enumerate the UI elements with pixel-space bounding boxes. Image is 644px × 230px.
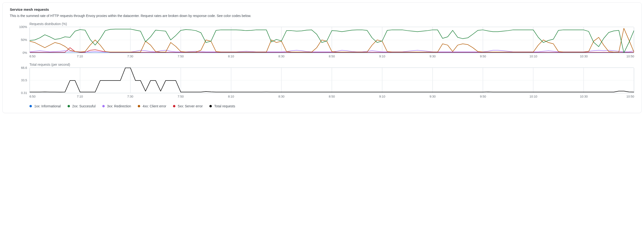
x-tick: 8:30 [278,55,284,58]
legend-item[interactable]: 4xx: Client error [138,104,166,108]
x-tick: 9:30 [430,55,436,58]
legend-label: 3xx: Redirection [107,104,131,108]
x-tick: 8:50 [329,55,335,58]
legend-swatch [30,105,32,107]
legend-label: 1xx: Informational [34,104,61,108]
legend-label: 2xx: Successful [72,104,96,108]
chart-distribution-xaxis: 6:507:107:307:508:108:308:509:109:309:50… [30,55,634,59]
x-tick: 7:30 [127,95,133,98]
legend-item[interactable]: Total requests [210,104,235,108]
chart-distribution-yaxis: 0%50%100% [10,27,30,53]
legend-swatch [102,105,105,107]
legend-item[interactable]: 2xx: Successful [68,104,96,108]
x-tick: 9:30 [430,95,436,98]
y-tick: 100% [19,25,27,29]
legend-swatch [210,105,212,107]
x-tick: 7:50 [178,55,184,58]
x-tick: 10:30 [580,55,588,58]
x-tick: 6:50 [30,55,36,58]
x-tick: 6:50 [30,95,36,98]
x-tick: 10:30 [580,95,588,98]
legend-swatch [173,105,176,107]
legend-item[interactable]: 1xx: Informational [30,104,61,108]
legend-item[interactable]: 5xx: Server error [173,104,203,108]
chart-total-xaxis: 6:507:107:307:508:108:308:509:109:309:50… [30,95,634,99]
x-tick: 10:10 [530,95,538,98]
x-tick: 10:10 [530,55,538,58]
card-subtitle: This is the summed rate of HTTP requests… [10,14,634,18]
y-tick: 0.31 [21,91,27,95]
legend-item[interactable]: 3xx: Redirection [102,104,131,108]
x-tick: 9:50 [480,55,486,58]
x-tick: 7:50 [178,95,184,98]
chart-total-plot[interactable] [30,67,634,93]
x-tick: 10:50 [626,55,634,58]
legend-label: 5xx: Server error [178,104,203,108]
legend-swatch [68,105,70,107]
y-tick: 50% [21,38,27,42]
x-tick: 10:50 [626,95,634,98]
x-tick: 7:30 [127,55,133,58]
x-tick: 8:10 [228,95,234,98]
chart-distribution: Requests distribution (%) 0%50%100% 6:50… [10,22,634,59]
chart-total-yaxis: 0.3133.566.6 [10,67,30,93]
x-tick: 9:50 [480,95,486,98]
x-tick: 8:10 [228,55,234,58]
chart-distribution-plot[interactable] [30,27,634,53]
legend-swatch [138,105,140,107]
card-title: Service mesh requests [10,7,634,11]
x-tick: 7:10 [77,55,83,58]
x-tick: 8:30 [278,95,284,98]
x-tick: 7:10 [77,95,83,98]
y-tick: 0% [22,51,27,55]
y-tick: 66.6 [21,66,27,69]
x-tick: 9:10 [379,55,385,58]
x-tick: 9:10 [379,95,385,98]
chart-total-title: Total requests (per second) [30,63,634,66]
legend-label: Total requests [214,104,235,108]
legend-label: 4xx: Client error [142,104,166,108]
chart-total: Total requests (per second) 0.3133.566.6… [10,63,634,99]
x-tick: 8:50 [329,95,335,98]
chart-distribution-title: Requests distribution (%) [30,22,634,26]
service-mesh-card: Service mesh requests This is the summed… [2,2,642,113]
legend: 1xx: Informational2xx: Successful3xx: Re… [30,103,634,112]
y-tick: 33.5 [21,78,27,82]
